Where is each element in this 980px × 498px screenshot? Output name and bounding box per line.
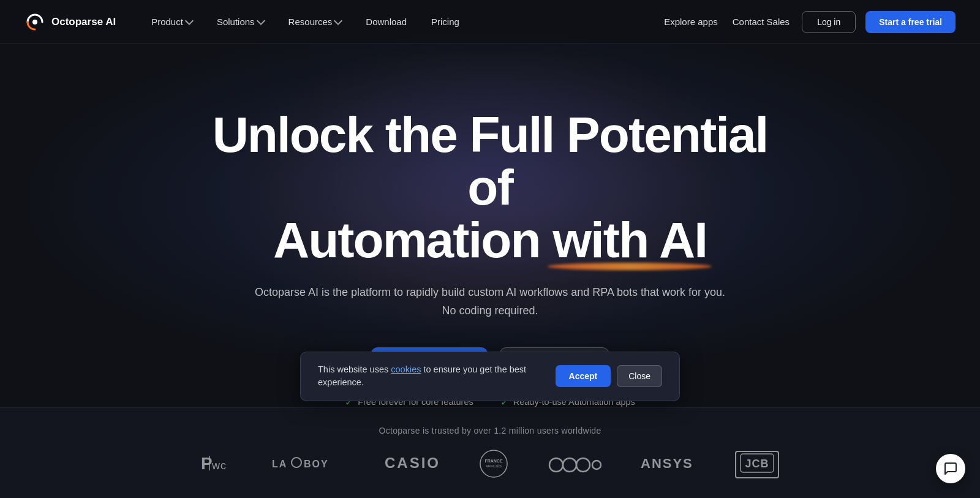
jcb-logo: JCB [735, 451, 779, 478]
svg-text:wc: wc [211, 459, 227, 472]
chat-icon [943, 461, 958, 476]
svg-text:LA: LA [272, 459, 287, 469]
ansys-logo: ANSYS [641, 455, 696, 475]
audi-logo [548, 456, 601, 473]
nav-pricing[interactable]: Pricing [420, 12, 470, 32]
nav-resources[interactable]: Resources [277, 12, 353, 32]
nav-solutions[interactable]: Solutions [206, 12, 275, 32]
pwc-logo: P wc [201, 453, 233, 477]
cookie-buttons: Accept Close [556, 365, 662, 387]
navigation: Octoparse AI Product Solutions Resources… [0, 0, 980, 44]
svg-point-12 [563, 458, 576, 472]
cookie-link[interactable]: cookies [391, 364, 421, 374]
hero-section: Unlock the Full Potential of Automation … [0, 0, 980, 498]
svg-point-0 [32, 20, 37, 25]
chevron-down-icon [334, 17, 342, 25]
svg-text:JCB: JCB [745, 458, 769, 470]
casio-logo: CASIO [385, 455, 440, 475]
svg-text:BOY: BOY [304, 459, 329, 469]
chat-widget-button[interactable] [936, 454, 965, 483]
hero-ai-highlight: with AI [552, 214, 707, 266]
svg-point-5 [292, 458, 301, 467]
chevron-down-icon [185, 17, 194, 25]
start-trial-button[interactable]: Start a free trial [865, 11, 956, 33]
nav-right: Explore apps Contact Sales Log in Start … [662, 11, 956, 33]
svg-text:P: P [201, 454, 213, 473]
svg-text:ANSYS: ANSYS [641, 456, 693, 471]
nav-links: Product Solutions Resources Download Pri… [140, 12, 662, 32]
logo-text: Octoparse AI [51, 16, 116, 28]
groupes-logo: FRANCE AFFILIÉS [479, 449, 508, 481]
svg-text:AFFILIÉS: AFFILIÉS [486, 464, 502, 468]
svg-text:CASIO: CASIO [385, 455, 440, 471]
hero-subtitle: Octoparse AI is the platform to rapidly … [208, 284, 772, 320]
nav-download[interactable]: Download [355, 12, 418, 32]
trust-bar: Octoparse is trusted by over 1.2 million… [0, 407, 980, 498]
svg-point-14 [592, 461, 601, 469]
lazyboy-logo: LA BOY [272, 455, 345, 475]
svg-text:FRANCE: FRANCE [484, 459, 502, 463]
svg-point-13 [576, 458, 590, 472]
cookie-text: This website uses cookies to ensure you … [318, 363, 543, 390]
login-button[interactable]: Log in [802, 11, 856, 33]
chevron-down-icon [257, 17, 265, 25]
nav-product[interactable]: Product [140, 12, 203, 32]
cookie-banner: This website uses cookies to ensure you … [300, 352, 680, 402]
svg-point-8 [480, 450, 507, 477]
logo-icon [24, 12, 45, 32]
svg-point-11 [549, 458, 563, 472]
cookie-accept-button[interactable]: Accept [556, 365, 611, 387]
explore-apps-button[interactable]: Explore apps [662, 12, 720, 32]
contact-sales-nav-button[interactable]: Contact Sales [730, 12, 792, 32]
trust-logos: P wc LA BOY CASIO [201, 449, 779, 481]
logo[interactable]: Octoparse AI [24, 12, 116, 32]
cookie-close-button[interactable]: Close [617, 365, 662, 387]
trust-text: Octoparse is trusted by over 1.2 million… [379, 426, 601, 436]
hero-title: Unlock the Full Potential of Automation … [208, 108, 772, 266]
